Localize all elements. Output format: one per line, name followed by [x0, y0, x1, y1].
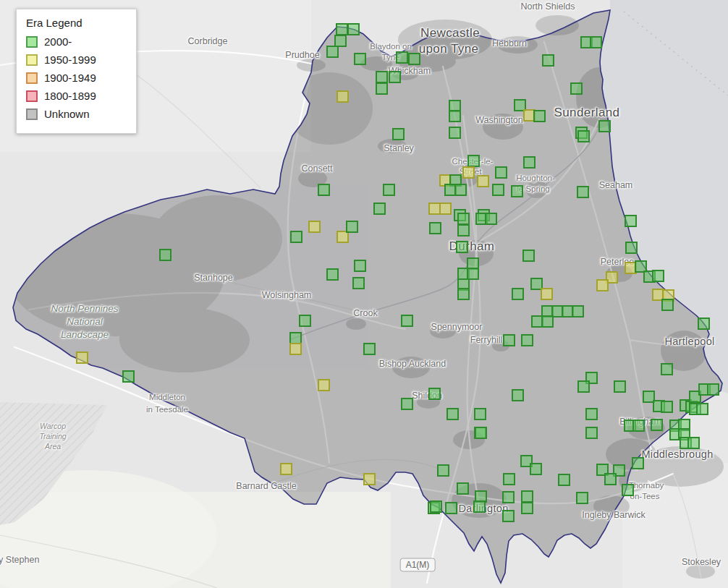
building-marker[interactable] — [354, 260, 366, 272]
building-marker[interactable] — [457, 482, 469, 495]
building-marker[interactable] — [352, 277, 365, 289]
building-marker[interactable] — [687, 437, 700, 449]
building-marker[interactable] — [439, 203, 452, 215]
building-marker[interactable] — [389, 71, 401, 83]
building-marker[interactable] — [542, 54, 554, 67]
building-marker[interactable] — [523, 156, 536, 169]
building-marker[interactable] — [572, 305, 584, 318]
building-marker[interactable] — [625, 242, 638, 254]
building-marker[interactable] — [363, 473, 376, 485]
building-marker[interactable] — [363, 343, 376, 355]
building-marker[interactable] — [429, 222, 441, 234]
building-marker[interactable] — [661, 299, 674, 311]
building-marker[interactable] — [598, 120, 611, 132]
building-marker[interactable] — [430, 500, 442, 513]
building-marker[interactable] — [590, 36, 602, 48]
building-marker[interactable] — [445, 502, 457, 514]
building-marker[interactable] — [475, 427, 487, 439]
building-marker[interactable] — [159, 249, 172, 261]
building-marker[interactable] — [577, 186, 589, 198]
building-marker[interactable] — [326, 46, 339, 58]
building-marker[interactable] — [698, 318, 710, 330]
building-marker[interactable] — [512, 288, 524, 300]
building-marker[interactable] — [76, 351, 88, 364]
building-marker[interactable] — [585, 408, 598, 420]
building-marker[interactable] — [308, 221, 321, 233]
building-marker[interactable] — [437, 464, 449, 477]
building-marker[interactable] — [474, 408, 486, 420]
building-marker[interactable] — [462, 166, 475, 179]
building-marker[interactable] — [454, 184, 467, 196]
building-marker[interactable] — [376, 71, 388, 83]
building-marker[interactable] — [651, 419, 663, 431]
building-marker[interactable] — [347, 23, 360, 35]
building-marker[interactable] — [541, 315, 554, 328]
building-marker[interactable] — [576, 492, 588, 504]
building-marker[interactable] — [577, 380, 590, 393]
building-marker[interactable] — [625, 215, 637, 227]
building-marker[interactable] — [457, 213, 470, 225]
building-marker[interactable] — [652, 270, 664, 282]
building-marker[interactable] — [354, 53, 366, 65]
building-marker[interactable] — [457, 224, 470, 237]
building-marker[interactable] — [521, 502, 533, 514]
building-marker[interactable] — [492, 184, 504, 196]
building-marker[interactable] — [289, 343, 302, 355]
building-marker[interactable] — [632, 419, 645, 432]
building-marker[interactable] — [401, 398, 413, 410]
building-marker[interactable] — [280, 463, 292, 475]
building-marker[interactable] — [632, 457, 644, 469]
building-marker[interactable] — [428, 388, 441, 400]
building-marker[interactable] — [392, 128, 405, 140]
building-marker[interactable] — [541, 288, 553, 300]
building-marker[interactable] — [473, 500, 486, 513]
building-marker[interactable] — [495, 166, 507, 179]
building-marker[interactable] — [522, 250, 535, 262]
building-marker[interactable] — [376, 82, 388, 95]
building-marker[interactable] — [457, 288, 470, 300]
building-marker[interactable] — [577, 130, 590, 142]
building-marker[interactable] — [661, 401, 673, 413]
building-marker[interactable] — [336, 23, 348, 35]
building-marker[interactable] — [449, 110, 461, 122]
building-marker[interactable] — [396, 51, 408, 64]
building-marker[interactable] — [122, 370, 135, 383]
building-marker[interactable] — [477, 175, 489, 187]
building-marker[interactable] — [326, 268, 339, 281]
building-marker[interactable] — [696, 403, 708, 415]
building-marker[interactable] — [318, 184, 330, 196]
building-marker[interactable] — [449, 127, 461, 139]
building-marker[interactable] — [299, 315, 311, 327]
building-marker[interactable] — [570, 82, 583, 95]
building-marker[interactable] — [408, 53, 420, 65]
building-marker[interactable] — [585, 427, 598, 439]
building-marker[interactable] — [467, 155, 480, 167]
building-marker[interactable] — [373, 203, 386, 215]
building-marker[interactable] — [530, 463, 542, 475]
map-canvas[interactable]: Newcastleupon TyneSunderlandDurhamMiddle… — [0, 0, 728, 588]
building-marker[interactable] — [511, 185, 523, 197]
building-marker[interactable] — [446, 408, 459, 420]
building-marker[interactable] — [485, 213, 497, 225]
building-marker[interactable] — [521, 490, 533, 503]
building-marker[interactable] — [456, 241, 468, 253]
building-marker[interactable] — [707, 383, 719, 396]
building-marker[interactable] — [604, 473, 617, 485]
building-marker[interactable] — [503, 473, 515, 485]
building-marker[interactable] — [346, 221, 358, 233]
building-marker[interactable] — [512, 389, 524, 401]
building-marker[interactable] — [502, 491, 515, 503]
building-marker[interactable] — [661, 363, 673, 375]
building-marker[interactable] — [401, 315, 413, 327]
building-marker[interactable] — [318, 379, 330, 391]
building-marker[interactable] — [622, 484, 634, 496]
building-marker[interactable] — [614, 380, 626, 393]
building-marker[interactable] — [596, 279, 609, 291]
building-marker[interactable] — [558, 474, 570, 486]
building-marker[interactable] — [502, 510, 515, 522]
building-marker[interactable] — [383, 184, 395, 196]
building-marker[interactable] — [521, 334, 533, 346]
building-marker[interactable] — [533, 110, 546, 122]
building-marker[interactable] — [503, 334, 515, 346]
building-marker[interactable] — [337, 90, 349, 103]
